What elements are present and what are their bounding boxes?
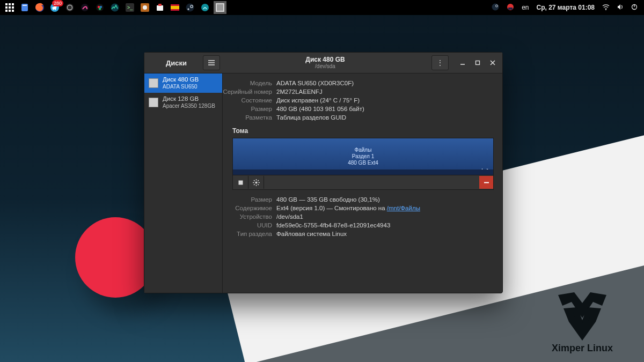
value: fde59e0c-5755-4fb4-87e8-e12091ec4943 — [276, 221, 390, 230]
drive-icon — [149, 98, 158, 107]
disks-app-icon[interactable] — [214, 1, 226, 14]
firefox-icon[interactable] — [33, 1, 46, 14]
svg-rect-40 — [476, 61, 480, 65]
svg-rect-43 — [238, 180, 243, 184]
label: Серийный номер — [223, 87, 272, 96]
resolve-icon[interactable] — [93, 1, 106, 14]
volume-partition[interactable]: Файлы Раздел 1 480 GB Ext4 ★ ▶ — [233, 138, 493, 175]
hamburger-menu-button[interactable] — [203, 55, 220, 70]
disks-window: Диски Диск 480 GB /dev/sda ⋮ — [144, 52, 503, 293]
value: 480 GB (480 103 981 056 байт) — [276, 105, 364, 113]
svg-point-18 — [143, 5, 147, 10]
svg-line-49 — [254, 180, 255, 181]
close-button[interactable] — [485, 56, 500, 70]
obs-icon[interactable] — [63, 1, 76, 14]
volume-actions — [233, 175, 493, 189]
disk-sidebar: Диск 480 GB ADATA SU650 Диск 128 GB Apac… — [144, 73, 223, 293]
disk-model: Apacer AS350 128GB — [163, 102, 215, 109]
svg-point-33 — [605, 9, 606, 10]
text: Ext4 (версия 1.0) — Смонтировано на — [276, 205, 387, 211]
disk-model: ADATA SU650 — [163, 83, 199, 90]
steam-tray-icon[interactable] — [492, 3, 499, 12]
value: Таблица разделов GUID — [276, 113, 346, 122]
value: ADATA SU650 (XD0R3C0F) — [276, 79, 354, 87]
svg-rect-22 — [171, 6, 179, 9]
play-icon: ▶ — [487, 167, 491, 174]
svg-marker-0 — [558, 292, 606, 318]
unmount-button[interactable] — [233, 176, 248, 189]
app-icon[interactable] — [78, 1, 91, 14]
svg-point-25 — [187, 8, 189, 10]
volumes-heading: Тома — [232, 127, 494, 135]
label: Разметка — [223, 113, 272, 122]
clock[interactable]: Ср, 27 марта 01:08 — [537, 4, 595, 11]
svg-text:>_: >_ — [127, 5, 133, 10]
disk-list-item[interactable]: Диск 128 GB Apacer AS350 128GB — [144, 93, 222, 112]
label: Содержимое — [223, 204, 272, 212]
distro-logo: Ximper Linux — [537, 292, 628, 354]
power-icon[interactable] — [631, 4, 638, 12]
star-icon: ★ — [480, 167, 485, 174]
svg-line-51 — [258, 180, 259, 181]
svg-line-50 — [258, 184, 259, 185]
disk-list-item[interactable]: Диск 480 GB ADATA SU650 — [144, 73, 222, 93]
keyboard-layout[interactable]: en — [522, 4, 529, 11]
label: Модель — [223, 79, 272, 87]
svg-point-13 — [99, 8, 101, 10]
value: 480 GB — 335 GB свободно (30,1%) — [276, 195, 380, 204]
svg-point-10 — [96, 4, 104, 11]
delete-partition-button[interactable] — [479, 176, 493, 189]
headerbar: Диски Диск 480 GB /dev/sda ⋮ — [144, 53, 502, 73]
svg-rect-20 — [158, 4, 162, 6]
minimize-button[interactable] — [455, 56, 470, 70]
disk-name: Диск 480 GB — [163, 76, 199, 83]
distro-name: Ximper Linux — [537, 343, 628, 354]
maximize-button[interactable] — [470, 56, 485, 70]
svg-point-44 — [255, 181, 257, 183]
label: Размер — [223, 105, 272, 113]
disk-name: Диск 128 GB — [163, 95, 215, 102]
label: Тип раздела — [223, 230, 272, 238]
monitor-icon[interactable] — [108, 1, 121, 14]
app-icon[interactable] — [169, 1, 181, 14]
value: 2M272LAEENFJ — [276, 87, 323, 96]
window-title: Диск 480 GB — [305, 56, 345, 63]
volume-fs: 480 GB Ext4 — [348, 160, 378, 166]
volume-settings-button[interactable] — [248, 176, 264, 189]
tray-icon[interactable] — [507, 3, 514, 12]
disk-menu-button[interactable]: ⋮ — [431, 55, 449, 70]
svg-point-29 — [492, 3, 499, 10]
activities-button[interactable] — [3, 1, 16, 14]
volumes-container: Файлы Раздел 1 480 GB Ext4 ★ ▶ — [232, 138, 494, 190]
value: Ext4 (версия 1.0) — Смонтировано на /mnt… — [276, 204, 420, 212]
label: Размер — [223, 195, 272, 204]
notification-badge: 280 — [52, 0, 63, 6]
volume-label: Файлы — [355, 147, 372, 153]
value: Файловая система Linux — [276, 230, 347, 238]
disk-details: МодельADATA SU650 (XD0R3C0F) Серийный но… — [223, 73, 502, 293]
wifi-icon[interactable] — [602, 4, 610, 12]
mount-point-link[interactable]: /mnt/Файлы — [387, 205, 420, 211]
steam-icon[interactable] — [184, 1, 196, 14]
svg-rect-19 — [157, 5, 163, 11]
app-icon[interactable] — [18, 1, 31, 14]
app-icon[interactable] — [138, 1, 151, 14]
svg-line-52 — [254, 184, 255, 185]
svg-rect-4 — [23, 5, 27, 6]
svg-rect-28 — [217, 4, 223, 11]
value: /dev/sda1 — [276, 212, 303, 221]
app-title: Диски — [166, 59, 187, 67]
telegram-icon[interactable]: 280 — [48, 1, 61, 14]
software-icon[interactable] — [153, 1, 166, 14]
svg-point-23 — [186, 4, 194, 12]
svg-rect-32 — [508, 8, 513, 10]
volume-partition-name: Раздел 1 — [352, 153, 374, 160]
app-icon[interactable] — [199, 1, 211, 14]
label: Состояние — [223, 96, 272, 105]
window-subtitle: /dev/sda — [315, 63, 335, 69]
value: Диск исправен (24° C / 75° F) — [276, 96, 360, 105]
label: Устройство — [223, 212, 272, 221]
terminal-icon[interactable]: >_ — [123, 1, 136, 14]
volume-icon[interactable] — [617, 4, 624, 12]
label: UUID — [223, 221, 272, 230]
